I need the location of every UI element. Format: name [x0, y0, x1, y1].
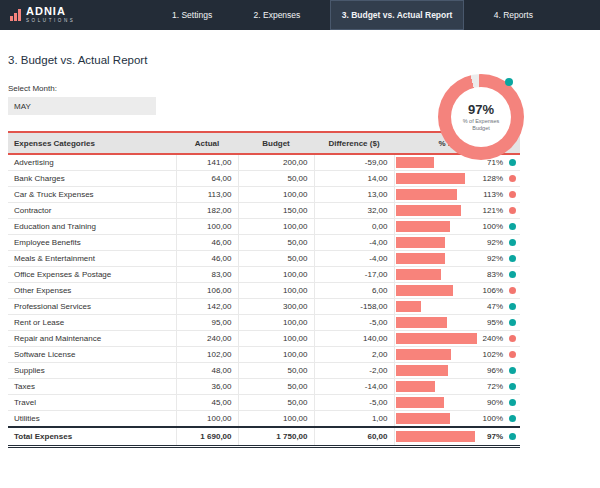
pct-bar: [396, 317, 448, 328]
table-row: Car & Truck Expenses113,00100,0013,00113…: [8, 187, 520, 203]
pct-bar-cell: [394, 315, 478, 331]
status-dot: [509, 319, 516, 326]
category-cell: Professional Services: [8, 299, 176, 315]
diff-cell: 32,00: [314, 203, 394, 219]
status-dot: [509, 191, 516, 198]
status-cell: [505, 187, 520, 203]
table-row: Professional Services142,00300,00-158,00…: [8, 299, 520, 315]
status-cell: [505, 219, 520, 235]
category-cell: Office Expenses & Postage: [8, 267, 176, 283]
category-cell: Rent or Lease: [8, 315, 176, 331]
donut-center: 97% % of Expenses Budget: [451, 87, 511, 147]
category-cell: Bank Charges: [8, 171, 176, 187]
budget-cell: 100,00: [238, 187, 314, 203]
table-row: Office Expenses & Postage83,00100,00-17,…: [8, 267, 520, 283]
diff-cell: -5,00: [314, 315, 394, 331]
tab-2[interactable]: 2. Expenses: [242, 0, 313, 30]
table-row: Meals & Entertainment46,0050,00-4,0092%: [8, 251, 520, 267]
category-cell: Contractor: [8, 203, 176, 219]
pct-bar: [396, 157, 435, 168]
pct-bar: [396, 221, 450, 232]
actual-cell: 240,00: [176, 331, 238, 347]
pct-bar: [396, 413, 450, 424]
header-budget: Budget: [238, 132, 314, 154]
table-row: Supplies48,0050,00-2,0096%: [8, 363, 520, 379]
diff-cell: -4,00: [314, 251, 394, 267]
pct-label-cell: 240%: [478, 331, 505, 347]
brand-chart-icon: [10, 9, 21, 21]
table-row: Repair and Maintenance240,00100,00140,00…: [8, 331, 520, 347]
table-row: Software License102,00100,002,00102%: [8, 347, 520, 363]
pct-label-cell: 128%: [478, 171, 505, 187]
diff-cell: 6,00: [314, 283, 394, 299]
pct-label-cell: 83%: [478, 267, 505, 283]
pct-bar-cell: [394, 267, 478, 283]
category-cell: Employee Benefits: [8, 235, 176, 251]
budget-cell: 100,00: [238, 267, 314, 283]
pct-bar: [396, 189, 457, 200]
category-cell: Supplies: [8, 363, 176, 379]
pct-bar-cell: [394, 219, 478, 235]
pct-bar: [396, 205, 462, 216]
budget-cell: 50,00: [238, 379, 314, 395]
pct-bar-cell: [394, 379, 478, 395]
month-select[interactable]: MAY: [8, 97, 156, 115]
status-cell: [505, 203, 520, 219]
actual-cell: 102,00: [176, 347, 238, 363]
tab-3[interactable]: 3. Budget vs. Actual Report: [330, 0, 465, 30]
table-row: Other Expenses106,00100,006,00106%: [8, 283, 520, 299]
diff-cell: -2,00: [314, 363, 394, 379]
diff-cell: 140,00: [314, 331, 394, 347]
budget-cell: 150,00: [238, 203, 314, 219]
actual-cell: 48,00: [176, 363, 238, 379]
main-nav: 1. Settings2. Expenses3. Budget vs. Actu…: [160, 0, 545, 30]
total-pct-label: 97%: [478, 427, 505, 446]
budget-cell: 50,00: [238, 363, 314, 379]
status-dot: [509, 207, 516, 214]
actual-cell: 46,00: [176, 235, 238, 251]
category-cell: Utilities: [8, 411, 176, 428]
diff-cell: 2,00: [314, 347, 394, 363]
pct-bar-cell: [394, 203, 478, 219]
total-diff: 60,00: [314, 427, 394, 446]
pct-bar: [396, 349, 451, 360]
diff-cell: -59,00: [314, 154, 394, 171]
budget-cell: 50,00: [238, 395, 314, 411]
category-cell: Software License: [8, 347, 176, 363]
total-label: Total Expenses: [8, 427, 176, 446]
diff-cell: 0,00: [314, 219, 394, 235]
budget-cell: 100,00: [238, 219, 314, 235]
tab-1[interactable]: 1. Settings: [160, 0, 224, 30]
budget-cell: 100,00: [238, 411, 314, 428]
status-cell: [505, 395, 520, 411]
status-dot: [509, 255, 516, 262]
status-cell: [505, 411, 520, 428]
total-actual: 1 690,00: [176, 427, 238, 446]
total-status-cell: [505, 427, 520, 446]
category-cell: Car & Truck Expenses: [8, 187, 176, 203]
status-cell: [505, 251, 520, 267]
pct-bar-cell: [394, 331, 478, 347]
table-row: Education and Training100,00100,000,0010…: [8, 219, 520, 235]
table-row: Taxes36,0050,00-14,0072%: [8, 379, 520, 395]
status-cell: [505, 331, 520, 347]
total-budget: 1 750,00: [238, 427, 314, 446]
actual-cell: 113,00: [176, 187, 238, 203]
budget-cell: 300,00: [238, 299, 314, 315]
pct-label-cell: 47%: [478, 299, 505, 315]
status-cell: [505, 299, 520, 315]
pct-label-cell: 113%: [478, 187, 505, 203]
pct-bar: [396, 397, 445, 408]
budget-cell: 50,00: [238, 235, 314, 251]
pct-label-cell: 100%: [478, 219, 505, 235]
pct-label-cell: 92%: [478, 251, 505, 267]
page-title: 3. Budget vs. Actual Report: [8, 54, 592, 66]
table-row: Bank Charges64,0050,0014,00128%: [8, 171, 520, 187]
header-expenses-categories: Expenses Categories: [8, 132, 176, 154]
pct-label-cell: 96%: [478, 363, 505, 379]
tab-4[interactable]: 4. Reports: [482, 0, 545, 30]
diff-cell: -5,00: [314, 395, 394, 411]
pct-label-cell: 121%: [478, 203, 505, 219]
budget-cell: 50,00: [238, 251, 314, 267]
donut-caption: % of Expenses Budget: [460, 118, 502, 132]
